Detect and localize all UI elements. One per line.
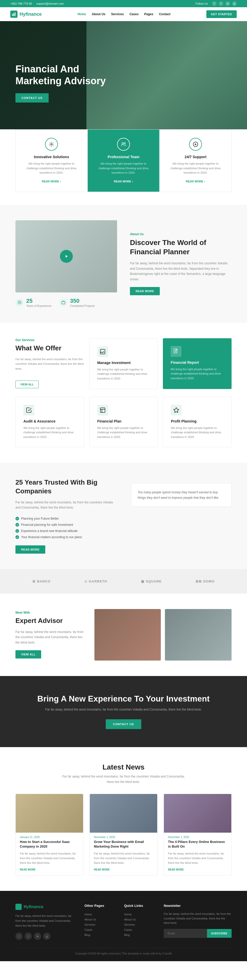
service-card-plan: Financial Plan We bring the right people… (89, 397, 158, 447)
footer-quick-blog[interactable]: Blog (124, 932, 154, 937)
manage-icon (97, 346, 108, 357)
trust-quote-area: Too many people spend money they haven't… (131, 478, 231, 507)
news-date-0: January 21, 2020 (16, 833, 83, 840)
copyright-text: Copyright ©2020 All rights reserved | Th… (75, 952, 172, 955)
service-card-manage: Manage Investment We bring the right peo… (89, 338, 158, 389)
cta-button[interactable]: CONTACT US (106, 719, 141, 729)
checkmark-0 (16, 517, 18, 520)
svg-rect-2 (15, 13, 16, 16)
cta-section: Bring A New Experience To Your Investmen… (0, 676, 247, 747)
news-text: Far far away, behind the word mountains,… (59, 774, 188, 784)
footer-link-services[interactable]: Services (84, 922, 114, 927)
footer-logo: Hyfinance (16, 904, 74, 910)
news-image-0 (16, 794, 83, 833)
footer-quick-about[interactable]: About Us (124, 917, 154, 922)
news-text-1: Far far away, behind the word mountains,… (90, 851, 157, 868)
news-title: Latest News (16, 762, 231, 772)
top-bar: +962-786-779-90 support@domain.com Follo… (0, 0, 247, 7)
news-readmore-1[interactable]: READ MORE (90, 868, 157, 875)
service-title-report: Financial Report (171, 360, 224, 364)
plan-icon (97, 405, 108, 415)
checkmark-1 (16, 524, 18, 526)
svg-rect-12 (100, 408, 105, 412)
news-date-2: December 1, 2020 (164, 833, 231, 840)
feature-title-0: Innovative Solutions (23, 155, 80, 159)
twitter-icon[interactable]: t (219, 1, 223, 6)
feature-readmore-2[interactable]: READ MORE › (186, 180, 205, 183)
services-grid-bottom: Audit & Assurance We bring the right peo… (16, 397, 231, 447)
footer-quick-services[interactable]: Services (124, 922, 154, 927)
footer-twitter-icon[interactable]: t (25, 932, 32, 940)
svg-rect-10 (100, 349, 105, 354)
feature-readmore-0[interactable]: READ MORE › (42, 180, 61, 183)
footer-link-cases[interactable]: Cases (84, 927, 114, 932)
nav-about[interactable]: About Us (92, 13, 105, 16)
footer-quick-home[interactable]: Home (124, 912, 154, 917)
about-tag: About Us (130, 232, 231, 236)
nav-services[interactable]: Services (111, 13, 124, 16)
hero-cta-button[interactable]: CONTACT US (16, 93, 49, 103)
footer-link-about[interactable]: About Us (84, 917, 114, 922)
facebook-icon[interactable]: f (212, 1, 217, 6)
service-text-report: We bring the right people together to ch… (171, 367, 224, 381)
services-intro: Our Services What We Offer Far far away,… (16, 338, 84, 389)
footer-facebook-icon[interactable]: f (16, 932, 23, 940)
stat-icon-1 (59, 298, 67, 307)
footer-newsletter-text: Far far away, behind the word mountains,… (164, 912, 231, 925)
square-icon: ▣ (141, 579, 144, 583)
financial-report-icon (173, 348, 179, 355)
nav-home[interactable]: Home (78, 13, 86, 16)
news-image-2 (164, 794, 231, 833)
trust-cta-button[interactable]: READ MORE (16, 546, 45, 554)
footer-other-pages-col: Other Pages Home About Us Services Cases… (84, 904, 114, 940)
service-text-audit: We bring the right people together to ch… (24, 426, 76, 439)
logo[interactable]: Hyfinance (10, 11, 42, 18)
news-text-0: Far far away, behind the word mountains,… (16, 851, 83, 868)
newsletter-form: SUBSCRIBE (164, 929, 231, 938)
svg-point-5 (124, 143, 125, 144)
feature-readmore-1[interactable]: READ MORE › (114, 180, 133, 183)
check-icon-1 (16, 523, 19, 527)
news-title-2: The 4 Pillars Every Online Business is B… (164, 840, 231, 851)
footer-quick-cases[interactable]: Cases (124, 927, 154, 932)
instagram-icon[interactable]: in (225, 1, 230, 6)
feature-text-0: We bring the right people together to ch… (23, 162, 80, 175)
advisor-cta-button[interactable]: VIEW ALL (16, 650, 41, 659)
advisor-image-1 (94, 609, 161, 660)
nav-cases[interactable]: Cases (130, 13, 138, 16)
nav-contact[interactable]: Contact (159, 13, 171, 16)
newsletter-input[interactable] (164, 929, 207, 938)
about-photo (16, 220, 117, 293)
footer-link-home[interactable]: Home (84, 912, 114, 917)
team-icon (121, 142, 126, 147)
svg-marker-7 (66, 255, 68, 258)
service-text-manage: We bring the right people together to ch… (97, 368, 150, 381)
footer-link-blog[interactable]: Blog (84, 932, 114, 937)
trust-section: 25 Years Trusted With Big Companies Far … (0, 463, 247, 569)
gear-icon (49, 142, 54, 147)
google-icon[interactable]: g (232, 1, 237, 6)
news-card-2: December 1, 2020 The 4 Pillars Every Onl… (164, 794, 231, 875)
services-header: Our Services What We Offer Far far away,… (16, 338, 231, 389)
stat-icon-0 (16, 298, 24, 307)
trust-list: Planning your Future Better Financial pl… (16, 515, 116, 540)
view-all-button[interactable]: VIEW ALL (16, 380, 39, 388)
footer-instagram-icon[interactable]: in (34, 932, 41, 940)
newsletter-subscribe-button[interactable]: SUBSCRIBE (207, 929, 231, 938)
play-button[interactable] (60, 250, 73, 263)
news-readmore-2[interactable]: READ MORE (164, 868, 231, 875)
about-title: Discover The World of Financial Planner (130, 238, 231, 257)
get-started-button[interactable]: GET STARTED (206, 10, 237, 18)
nav-pages[interactable]: Pages (144, 13, 154, 16)
support-icon (193, 142, 198, 147)
footer-google-icon[interactable]: g (43, 932, 51, 940)
play-icon (64, 254, 68, 258)
service-card-audit: Audit & Assurance We bring the right peo… (16, 397, 84, 447)
service-text-profit: We bring the right people together to ch… (171, 426, 223, 439)
news-readmore-0[interactable]: READ MORE (16, 868, 83, 875)
feature-title-2: 24/7 Support (167, 155, 224, 159)
experience-icon (17, 301, 22, 304)
service-title-profit: Profit Planning (171, 419, 223, 423)
features-grid: Innovative Solutions We bring the right … (16, 129, 231, 192)
about-cta-button[interactable]: READ MORE (130, 287, 160, 295)
